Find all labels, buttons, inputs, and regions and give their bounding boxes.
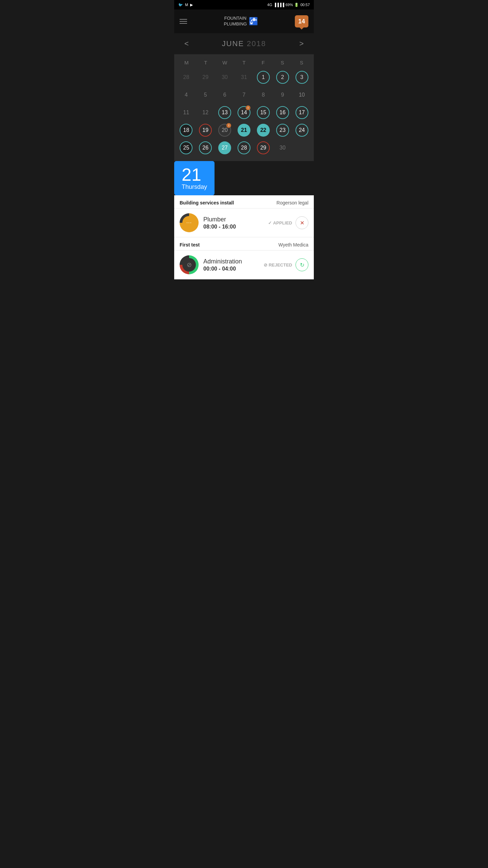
weekday-tue: T: [196, 58, 216, 67]
weekday-mon: M: [177, 58, 196, 67]
appointment-item-2: ⊘ Administration 00:00 - 04:00 ⊘ REJECTE…: [174, 251, 314, 279]
weekday-fri: F: [253, 58, 273, 67]
cal-day-29[interactable]: 29: [196, 69, 215, 86]
cal-day-18[interactable]: 18: [177, 122, 196, 139]
cal-day-30b[interactable]: 30: [273, 139, 292, 156]
cal-day-2[interactable]: 2: [273, 69, 292, 86]
play-icon: ▶: [190, 3, 193, 7]
appointment-group-1-header: Building services install Rogerson legal: [174, 195, 314, 209]
status-icons: 🐦 M ▶: [178, 3, 193, 7]
calendar-section: M T W T F S S 28 29 30 31 1 2 3 4 5 6 7 …: [174, 54, 314, 195]
appointment-status-2: ⊘ REJECTED ↻: [264, 258, 308, 271]
time-display: 00:57: [300, 3, 310, 7]
cal-day-4[interactable]: 4: [177, 86, 196, 103]
cal-day-15[interactable]: 15: [254, 104, 272, 121]
cal-day-22[interactable]: 22: [254, 122, 272, 139]
weekday-sat: S: [273, 58, 292, 67]
admin-avatar-icon: ⊘: [182, 258, 196, 272]
logo-text-line2: PLUMBING: [224, 21, 247, 27]
cal-day-19[interactable]: 19: [196, 122, 215, 139]
status-bar: 🐦 M ▶ 4G ▐▐▐▐ 69% 🔋 00:57: [174, 0, 314, 9]
cal-day-17[interactable]: 17: [292, 104, 311, 121]
appointment-role-1: Plumber: [203, 216, 263, 223]
cal-day-1[interactable]: 1: [254, 69, 272, 86]
group-2-title: First test: [180, 242, 200, 248]
cal-day-27[interactable]: 27: [216, 139, 234, 156]
cal-day-21[interactable]: 21: [235, 122, 253, 139]
cal-day-6[interactable]: 6: [216, 86, 234, 103]
appointment-info-1: Plumber 08:00 - 16:00: [203, 216, 263, 230]
retry-application-button[interactable]: ↻: [296, 258, 308, 271]
notification-badge[interactable]: 14: [295, 15, 308, 27]
cal-day-3[interactable]: 3: [292, 69, 311, 86]
battery-icon: 🔋: [294, 3, 299, 7]
cal-day-5[interactable]: 5: [196, 86, 215, 103]
cal-day-28[interactable]: 28: [177, 69, 196, 86]
cal-day-8[interactable]: 8: [254, 86, 272, 103]
appointment-info-2: Administration 00:00 - 04:00: [203, 258, 259, 272]
selected-date-day: Thursday: [182, 183, 207, 191]
cal-day-31[interactable]: 31: [235, 69, 253, 86]
cal-day-13[interactable]: 13: [216, 104, 234, 121]
calendar-grid-container: M T W T F S S 28 29 30 31 1 2 3 4 5 6 7 …: [174, 54, 314, 161]
app-logo: FOUNTAIN PLUMBING 🚰: [224, 16, 258, 27]
gmail-icon: M: [185, 3, 188, 7]
rejected-icon: ⊘: [264, 262, 267, 268]
plumber-avatar-ring: ···: [180, 213, 199, 232]
selected-date-number: 21: [182, 166, 207, 183]
cal-day-9[interactable]: 9: [273, 86, 292, 103]
weekday-wed: W: [215, 58, 235, 67]
cal-day-29b[interactable]: 29: [254, 139, 272, 156]
appointment-item-1: ··· Plumber 08:00 - 16:00 ✓ APPLIED ✕: [174, 209, 314, 237]
year-label: 2018: [247, 39, 266, 48]
appointment-avatar-1: ···: [180, 213, 199, 232]
appointment-time-2: 00:00 - 04:00: [203, 266, 259, 272]
cal-day-12[interactable]: 12: [196, 104, 215, 121]
plumber-avatar-dots: ···: [182, 216, 196, 230]
cal-day-10[interactable]: 10: [292, 86, 311, 103]
cal-day-25[interactable]: 25: [177, 139, 196, 156]
weekday-thu: T: [235, 58, 254, 67]
admin-avatar-ring: ⊘: [180, 255, 199, 274]
appointment-avatar-2: ⊘: [180, 255, 199, 274]
cal-day-26[interactable]: 26: [196, 139, 215, 156]
logo-text-line1: FOUNTAIN: [224, 16, 247, 21]
next-month-button[interactable]: >: [296, 38, 307, 50]
cal-day-16[interactable]: 16: [273, 104, 292, 121]
cal-day-20[interactable]: 20 !: [216, 122, 234, 139]
menu-button[interactable]: [180, 19, 187, 24]
weekday-sun: S: [292, 58, 311, 67]
prev-month-button[interactable]: <: [181, 38, 192, 50]
signal-bars: ▐▐▐▐: [273, 3, 284, 7]
cal-day-30[interactable]: 30: [216, 69, 234, 86]
appointment-status-1: ✓ APPLIED ✕: [268, 216, 308, 229]
cal-day-24[interactable]: 24: [292, 122, 311, 139]
month-navigation: < JUNE 2018 >: [174, 33, 314, 54]
appointment-group-2-header: First test Wyeth Medica: [174, 237, 314, 251]
appointments-list: Building services install Rogerson legal…: [174, 195, 314, 279]
cal-day-empty: [292, 139, 311, 156]
battery-percent: 69%: [285, 3, 293, 7]
selected-date-card: 21 Thursday: [174, 161, 215, 195]
status-rejected: ⊘ REJECTED: [264, 262, 292, 268]
cal-day-28b[interactable]: 28: [235, 139, 253, 156]
appointment-time-1: 08:00 - 16:00: [203, 224, 263, 230]
status-applied: ✓ APPLIED: [268, 220, 292, 225]
cal-day-14[interactable]: 14 !: [235, 104, 253, 121]
warning-badge-20: !: [226, 123, 231, 128]
close-application-button[interactable]: ✕: [296, 216, 308, 229]
cal-day-23[interactable]: 23: [273, 122, 292, 139]
weekday-labels: M T W T F S S: [177, 58, 311, 67]
group-1-title: Building services install: [180, 200, 234, 205]
faucet-icon: 🚰: [249, 17, 258, 26]
calendar-days-grid: 28 29 30 31 1 2 3 4 5 6 7 8 9 10 11 12 1…: [177, 69, 311, 156]
cal-day-11[interactable]: 11: [177, 104, 196, 121]
group-1-company: Rogerson legal: [277, 200, 308, 205]
cal-day-7[interactable]: 7: [235, 86, 253, 103]
network-indicator: 4G: [267, 3, 272, 7]
twitter-icon: 🐦: [178, 3, 183, 7]
appointment-role-2: Administration: [203, 258, 259, 265]
status-info: 4G ▐▐▐▐ 69% 🔋 00:57: [267, 3, 310, 7]
group-2-company: Wyeth Medica: [278, 242, 308, 248]
month-label: JUNE: [222, 39, 244, 48]
